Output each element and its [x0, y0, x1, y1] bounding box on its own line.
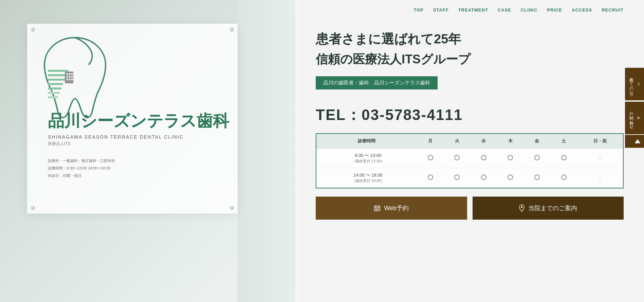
svg-rect-8: [67, 73, 68, 75]
main-nav: TOP STAFF TREATMENT CASE CLINIC PRICE AC…: [295, 0, 644, 20]
row2-sat: [550, 168, 577, 187]
row1-tue: [444, 148, 471, 168]
svg-rect-24: [375, 209, 376, 210]
sign-info-line3: 休診日：日曜・祝日: [48, 172, 231, 179]
col-header-holiday: 日・祝: [577, 134, 623, 148]
svg-rect-12: [69, 76, 70, 78]
circle-icon: [428, 155, 433, 160]
svg-rect-11: [67, 76, 68, 78]
col-header-thu: 木: [497, 134, 524, 148]
scroll-top-button[interactable]: [625, 135, 644, 148]
access-button-label: 当院までのご案内: [528, 204, 577, 212]
row2-time: 14:00 〜 18:30 （最終受付 18:00）: [316, 168, 417, 187]
svg-rect-16: [71, 79, 73, 80]
contact-button[interactable]: お問い合わせ: [625, 102, 644, 134]
col-header-wed: 水: [470, 134, 497, 148]
action-buttons-area: Web予約 当院までのご案内: [295, 197, 644, 220]
hero-image-panel: 品川シーズンテラス歯科 SHINAGAWA SEASON TERRACE DEN…: [0, 0, 299, 302]
svg-rect-4: [48, 87, 61, 89]
sign-clinic-roman: SHINAGAWA SEASON TERRACE DENTAL CLINIC: [48, 134, 231, 140]
row2-wed: [470, 168, 497, 187]
circle-icon: [454, 175, 460, 180]
clinic-badge-text: 品川の歯医者・歯科 品川シーズンテラス歯科: [316, 76, 438, 89]
first-visit-label: 初めての方へ: [628, 75, 634, 94]
access-button[interactable]: 当院までのご案内: [473, 197, 624, 220]
reserve-button-label: Web予約: [384, 204, 409, 212]
hero-text-area: 患者さまに選ばれて25年 信頼の医療法人ITSグループ 品川の歯医者・歯科 品川…: [295, 20, 644, 100]
row1-wed: [470, 148, 497, 168]
svg-point-27: [638, 83, 640, 84]
table-row: 9:30 〜 13:00 （最終受付 12:30） -: [316, 148, 623, 168]
circle-icon: [561, 155, 567, 160]
tel-prefix: TEL：: [316, 106, 362, 123]
svg-rect-25: [377, 209, 378, 210]
nav-recruit[interactable]: RECRUIT: [602, 7, 624, 13]
sign-content: 品川シーズンテラス歯科 SHINAGAWA SEASON TERRACE DEN…: [27, 24, 237, 213]
first-visit-button[interactable]: 初めての方へ: [625, 68, 644, 100]
row1-thu: [497, 148, 524, 168]
row1-fri: [524, 148, 551, 168]
row1-sat: [550, 148, 577, 168]
row1-time: 9:30 〜 13:00 （最終受付 12:30）: [316, 148, 417, 168]
calendar-icon: [374, 205, 381, 212]
nav-treatment[interactable]: TREATMENT: [458, 7, 488, 13]
hero-headline1: 患者さまに選ばれて25年: [316, 30, 624, 48]
col-header-tue: 火: [444, 134, 471, 148]
sign-info-line2: 診療時間：9:30〜13:00 14:00〜18:30: [48, 164, 231, 172]
wall-right: [238, 0, 299, 302]
nav-staff[interactable]: STAFF: [433, 7, 449, 13]
circle-icon: [508, 175, 513, 180]
clinic-sign-panel: 品川シーズンテラス歯科 SHINAGAWA SEASON TERRACE DEN…: [27, 24, 238, 214]
tel-section: TEL：03-5783-4111: [295, 100, 644, 125]
sign-roman2: 医療法人ITS: [48, 141, 231, 147]
nav-top[interactable]: TOP: [413, 7, 424, 13]
row2-time-main: 14:00 〜 18:30: [353, 173, 382, 178]
hero-headline2: 信頼の医療法人ITSグループ: [316, 51, 624, 68]
send-icon: [637, 115, 641, 121]
sign-clinic-name: 品川シーズンテラス歯科: [48, 110, 231, 132]
svg-rect-15: [69, 79, 70, 80]
row2-time-note: （最終受付 18:00）: [322, 178, 414, 183]
circle-icon: [481, 175, 486, 180]
circle-icon: [454, 155, 460, 160]
svg-rect-21: [375, 208, 376, 209]
col-header-sat: 土: [550, 134, 577, 148]
svg-point-26: [521, 206, 523, 208]
svg-rect-1: [48, 74, 67, 76]
right-content-panel: TOP STAFF TREATMENT CASE CLINIC PRICE AC…: [295, 0, 644, 302]
svg-rect-22: [377, 208, 378, 209]
side-float-buttons: 初めての方へ お問い合わせ: [625, 68, 644, 148]
arrow-up-icon: [634, 139, 641, 144]
svg-rect-13: [71, 76, 73, 78]
row1-time-note: （最終受付 12:30）: [322, 159, 414, 164]
sign-info: 診療科：一般歯科・矯正歯科・口腔外科 診療時間：9:30〜13:00 14:00…: [48, 157, 231, 179]
svg-rect-5: [48, 92, 60, 94]
nav-clinic[interactable]: CLINIC: [521, 7, 537, 13]
circle-icon: [428, 175, 433, 180]
svg-rect-10: [71, 73, 73, 75]
person-icon: [637, 80, 641, 88]
svg-rect-23: [378, 208, 379, 209]
row2-thu: [497, 168, 524, 187]
row2-mon: [417, 168, 444, 187]
circle-icon: [534, 175, 540, 180]
col-header-mon: 月: [417, 134, 444, 148]
nav-case[interactable]: CASE: [498, 7, 511, 13]
reserve-button[interactable]: Web予約: [316, 197, 467, 220]
schedule-table-wrapper: 診療時間 月 火 水 木 金 土 日・祝 9:30 〜 13:00 （最終受付 …: [316, 133, 624, 188]
nav-access[interactable]: ACCESS: [572, 7, 592, 13]
svg-rect-3: [48, 83, 63, 85]
schedule-table: 診療時間 月 火 水 木 金 土 日・祝 9:30 〜 13:00 （最終受付 …: [316, 134, 623, 188]
circle-icon: [561, 175, 567, 180]
nav-price[interactable]: PRICE: [547, 7, 562, 13]
contact-label: お問い合わせ: [628, 108, 634, 127]
tel-digits: 03-5783-4111: [362, 106, 463, 123]
clinic-badge[interactable]: 品川の歯医者・歯科 品川シーズンテラス歯科: [316, 76, 624, 100]
circle-icon: [481, 155, 486, 160]
row1-mon: [417, 148, 444, 168]
table-row: 14:00 〜 18:30 （最終受付 18:00） -: [316, 168, 623, 187]
row1-holiday: -: [577, 148, 623, 168]
circle-icon: [534, 155, 540, 160]
circle-icon: [508, 155, 513, 160]
row1-time-main: 9:30 〜 13:00: [355, 153, 381, 158]
